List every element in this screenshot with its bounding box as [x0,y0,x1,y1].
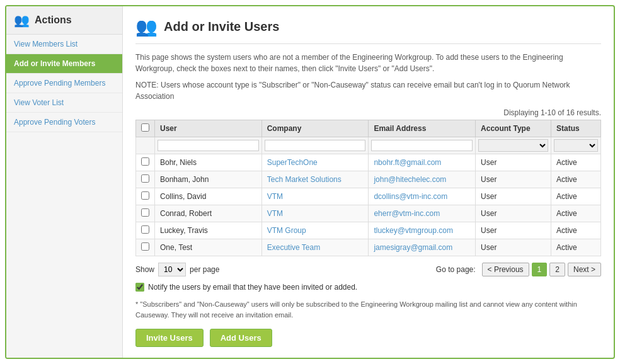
email-link[interactable]: dcollins@vtm-inc.com [374,192,447,201]
row-email[interactable]: eherr@vtm-inc.com [369,205,476,222]
sidebar-item-view-members[interactable]: View Members List [6,35,122,54]
pagination: Go to page: < Previous 1 2 Next > [436,263,601,276]
footnote: * "Subscribers" and "Non-Causeway" users… [135,299,601,320]
info-text: This page shows the system users who are… [135,52,601,74]
page-1-button[interactable]: 1 [532,263,548,276]
row-email[interactable]: nbohr.ft@gmail.com [369,154,476,171]
row-check-cell[interactable] [136,154,155,171]
add-users-button[interactable]: Add Users [210,329,272,347]
row-check-cell[interactable] [136,188,155,205]
row-status: Active [551,239,601,256]
prev-page-button[interactable]: < Previous [482,263,529,276]
table-filter-row: User Subscriber Non-Causeway Active Inac… [136,137,601,154]
email-link[interactable]: nbohr.ft@gmail.com [374,158,441,167]
col-header-email: Email Address [369,120,476,137]
col-header-account-type: Account Type [476,120,551,137]
users-table: User Company Email Address Account Type … [135,120,601,256]
row-company[interactable]: Executive Team [261,239,369,256]
row-user: Bohr, Niels [155,154,262,171]
row-checkbox-5[interactable] [141,242,149,251]
filter-check-col [136,137,155,154]
select-all-header[interactable] [136,120,155,137]
sidebar-item-view-voter[interactable]: View Voter List [6,93,122,113]
approve-pending-link[interactable]: Approve Pending Members [6,74,122,93]
email-link[interactable]: john@hitechelec.com [374,175,446,184]
filter-user-input[interactable] [158,140,259,151]
email-link[interactable]: jamesigray@gmail.com [374,243,452,252]
filter-company-cell[interactable] [261,137,369,154]
filter-email-input[interactable] [371,140,473,151]
select-all-checkbox[interactable] [141,123,149,132]
row-checkbox-4[interactable] [141,225,149,234]
invite-users-button[interactable]: Invite Users [135,329,204,347]
sidebar-item-add-invite[interactable]: Add or Invite Members [6,54,122,74]
bottom-note-text-1: Click "Invite Users" to send the selecte… [135,357,588,358]
add-invite-link[interactable]: Add or Invite Members [6,54,122,74]
row-account-type: User [476,239,551,256]
bottom-note: Click "Invite Users" to send the selecte… [135,356,601,358]
page-2-button[interactable]: 2 [549,263,565,276]
filter-email-cell[interactable] [369,137,476,154]
row-user: Bonham, John [155,171,262,188]
row-email[interactable]: tluckey@vtmgroup.com [369,222,476,239]
show-label: Show [135,265,154,274]
company-link[interactable]: VTM [267,192,283,201]
row-status: Active [551,154,601,171]
page-title: Add or Invite Users [164,20,279,34]
row-company[interactable]: VTM [261,205,369,222]
filter-company-input[interactable] [265,140,366,151]
col-header-company: Company [261,120,369,137]
row-company[interactable]: VTM [261,188,369,205]
sidebar-item-approve-pending[interactable]: Approve Pending Members [6,74,122,93]
note-text: NOTE: Users whose account type is "Subsc… [135,79,601,102]
row-check-cell[interactable] [136,171,155,188]
company-link[interactable]: VTM Group [267,226,306,235]
row-check-cell[interactable] [136,239,155,256]
row-account-type: User [476,171,551,188]
email-link[interactable]: tluckey@vtmgroup.com [374,226,453,235]
result-count: Displaying 1-10 of 16 results. [135,108,601,117]
row-checkbox-2[interactable] [141,191,149,200]
row-email[interactable]: john@hitechelec.com [369,171,476,188]
per-page-label: per page [190,265,219,274]
row-user: Collins, David [155,188,262,205]
row-status: Active [551,171,601,188]
action-buttons: Invite Users Add Users [135,329,601,347]
row-email[interactable]: jamesigray@gmail.com [369,239,476,256]
row-checkbox-3[interactable] [141,208,149,217]
notify-checkbox[interactable] [135,283,144,292]
company-link[interactable]: Tech Market Solutions [267,175,342,184]
filter-account-type-select[interactable]: User Subscriber Non-Causeway [478,139,548,152]
row-checkbox-0[interactable] [141,157,149,166]
sidebar-item-approve-voters[interactable]: Approve Pending Voters [6,113,122,132]
next-page-button[interactable]: Next > [568,263,601,276]
page-header-icon: 👥 [135,16,158,37]
row-status: Active [551,222,601,239]
filter-status-select[interactable]: Active Inactive [554,139,598,152]
email-link[interactable]: eherr@vtm-inc.com [374,209,440,218]
view-members-link[interactable]: View Members List [6,35,122,54]
approve-voters-link[interactable]: Approve Pending Voters [6,113,122,132]
row-email[interactable]: dcollins@vtm-inc.com [369,188,476,205]
row-company[interactable]: SuperTechOne [261,154,369,171]
row-check-cell[interactable] [136,222,155,239]
table-row: Collins, DavidVTMdcollins@vtm-inc.comUse… [136,188,601,205]
sidebar-nav: View Members List Add or Invite Members … [6,35,122,132]
filter-status-cell[interactable]: Active Inactive [551,137,601,154]
filter-user-cell[interactable] [155,137,262,154]
company-link[interactable]: Executive Team [267,243,321,252]
company-link[interactable]: VTM [267,209,283,218]
view-voter-link[interactable]: View Voter List [6,93,122,113]
row-check-cell[interactable] [136,205,155,222]
table-row: Bohr, NielsSuperTechOnenbohr.ft@gmail.co… [136,154,601,171]
row-company[interactable]: Tech Market Solutions [261,171,369,188]
table-row: Conrad, RobertVTMeherr@vtm-inc.comUserAc… [136,205,601,222]
row-user: Luckey, Travis [155,222,262,239]
table-footer: Show 10 25 50 per page Go to page: < Pre… [135,263,601,276]
filter-account-type-cell[interactable]: User Subscriber Non-Causeway [476,137,551,154]
row-status: Active [551,188,601,205]
per-page-select[interactable]: 10 25 50 [158,263,186,276]
company-link[interactable]: SuperTechOne [267,158,318,167]
row-checkbox-1[interactable] [141,174,149,183]
row-company[interactable]: VTM Group [261,222,369,239]
